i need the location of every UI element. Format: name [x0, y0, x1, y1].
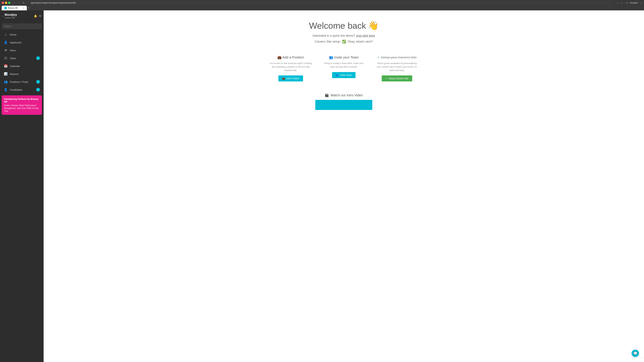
invite-team-btn-icon: 👥 [336, 74, 338, 76]
video-section: 🎬 Watch our Intro Video [267, 93, 421, 110]
promo-text: Faster, Cleaner, Better Performance Mana… [4, 104, 40, 112]
scroll-right-arrow[interactable]: › [643, 356, 644, 359]
invite-team-button[interactable]: 👥 Invite Team [332, 72, 356, 78]
menu-icon[interactable]: ⋮ [640, 1, 642, 4]
sidebar-item-tasks[interactable]: ☑ Tasks + [1, 54, 42, 62]
promo-banner[interactable]: Introducing Perform by Breezy HR Faster,… [2, 95, 42, 115]
sidebar-item-applicants[interactable]: 👤 Applicants [1, 38, 42, 46]
new-tab-button[interactable]: + [28, 6, 30, 10]
video-player[interactable] [315, 100, 372, 110]
sidebar-item-inbox[interactable]: ✉ Inbox [1, 46, 42, 54]
setup-careers-btn-label: Setup Careers Site [389, 77, 408, 80]
sidebar-item-reports[interactable]: 📊 Reports [1, 70, 42, 78]
refresh-button[interactable]: ↻ [22, 1, 26, 4]
incognito-label: Incognito [630, 2, 638, 4]
card-add-position: 💼 Add a Position You're here to hire som… [267, 52, 315, 85]
welcome-section: Welcome back 👋 Interested in a quick liv… [267, 20, 421, 43]
sidebar-back-button[interactable]: ‹ [2, 14, 3, 17]
sidebar-item-label: Positions / Pools [10, 80, 34, 83]
add-position-button[interactable]: 💼 Add Position [278, 75, 303, 81]
sidebar-item-label: Tasks [10, 57, 34, 60]
demo-text: Interested in a quick live demo? [312, 34, 355, 37]
card-title-invite-team: 👥 Invite your Team [322, 55, 365, 59]
search-box [2, 23, 42, 29]
sidebar-header: ‹ Moodjoy Lauren Deli 🔔 ⚙ [0, 10, 44, 22]
scroll-left-arrow[interactable]: ‹ [43, 356, 44, 359]
setup-careers-btn-icon: ✓ [386, 77, 388, 80]
sidebar-nav: ⌂ Home 👤 Applicants ✉ Inbox ☑ Tasks + 📅 … [0, 31, 44, 94]
promo-title: Introducing Perform by Breezy HR [4, 98, 40, 103]
tasks-add-badge[interactable]: + [36, 56, 40, 60]
demo-line: Interested in a quick live demo? Just cl… [267, 34, 421, 37]
careers-check-emoji: ✅ [342, 39, 346, 43]
header-icons: 🔔 ⚙ [34, 14, 41, 17]
browser-close[interactable] [2, 2, 4, 4]
sidebar-item-label: Candidates [10, 88, 34, 91]
team-icon: 👥 [329, 55, 333, 59]
video-title: 🎬 Watch our Intro Video [267, 93, 421, 97]
address-bar[interactable] [31, 2, 612, 4]
welcome-text: Welcome back [309, 21, 366, 31]
sidebar-item-label: Calendar [10, 65, 40, 67]
chat-icon: 💬 [633, 351, 638, 355]
sidebar-item-home[interactable]: ⌂ Home [1, 31, 42, 38]
browser-tab-active[interactable]: Breezy HR ✕ [2, 6, 27, 10]
video-icon: 🎬 [325, 93, 329, 97]
cards-container: 💼 Add a Position You're here to hire som… [267, 52, 421, 85]
chat-button[interactable]: 💬 [632, 350, 639, 357]
tab-label: Breezy HR [8, 7, 18, 9]
briefcase-icon: 💼 [278, 55, 282, 59]
bookmark-icon[interactable]: ☆ [616, 1, 619, 4]
sidebar-item-label: Inbox [10, 49, 40, 52]
forward-button[interactable]: → [17, 1, 21, 4]
notification-bell-icon[interactable]: 🔔 [34, 14, 37, 17]
home-icon: ⌂ [4, 33, 8, 36]
browser-chrome: ← → ↻ ☆ ⬚ ⊙ Incognito ⋮ Breezy HR ✕ + [0, 0, 644, 10]
setup-careers-button[interactable]: ✓ Setup Careers Site [382, 75, 412, 81]
sidebar-item-label: Applicants [10, 41, 40, 44]
careers-text: Careers Site setup: [315, 40, 340, 43]
main-content: Welcome back 👋 Interested in a quick liv… [44, 10, 644, 362]
sidebar-item-calendar[interactable]: 📅 Calendar [1, 62, 42, 70]
tab-close-icon[interactable]: ✕ [23, 7, 24, 9]
reports-icon: 📊 [4, 72, 8, 76]
tasks-icon: ☑ [4, 56, 8, 60]
add-position-btn-icon: 💼 [282, 77, 285, 80]
card-title-add-position: 💼 Add a Position [269, 55, 312, 59]
positions-icon: 👥 [4, 80, 8, 84]
sidebar-item-label: Reports [10, 72, 40, 75]
browser-minimize[interactable] [5, 2, 7, 4]
welcome-title: Welcome back 👋 [267, 20, 421, 31]
careers-line: Careers Site setup: ✅ Okay, what's next? [267, 39, 421, 43]
positions-add-badge[interactable]: + [36, 80, 40, 84]
company-info: Moodjoy Lauren Deli [4, 13, 34, 19]
main-inner: Welcome back 👋 Interested in a quick liv… [260, 10, 428, 120]
candidates-icon: 👤 [4, 88, 8, 91]
sidebar-item-label: Home [10, 33, 40, 36]
extensions-icon[interactable]: ⬚ [620, 1, 622, 4]
video-title-text: Watch our Intro Video [330, 93, 363, 97]
company-name: Moodjoy [4, 13, 34, 16]
sidebar-item-candidates[interactable]: 👤 Candidates + [1, 86, 42, 93]
search-input[interactable] [2, 23, 42, 29]
card-desc-add-position: You're here to hire someone right? Creat… [269, 62, 312, 72]
browser-maximize[interactable] [8, 2, 10, 4]
card-desc-setup-careers: Attract great candidates by personalizin… [376, 62, 418, 72]
card-desc-invite-team: Hiring is usually a team effort. Invite … [322, 62, 365, 69]
calendar-icon: 📅 [4, 64, 8, 68]
card-title-setup-careers: ✓ Setup your Careers Site [376, 55, 418, 59]
add-position-btn-label: Add Position [286, 77, 300, 80]
setup-careers-label: Setup your Careers Site [381, 55, 416, 59]
back-button[interactable]: ← [12, 1, 16, 4]
wave-emoji: 👋 [368, 20, 379, 31]
check-icon: ✓ [377, 55, 380, 59]
inbox-icon: ✉ [4, 48, 8, 52]
profile-icon[interactable]: ⊙ [626, 1, 628, 4]
address-bar-container [29, 1, 614, 5]
company-user: Lauren Deli [4, 16, 34, 19]
applicants-icon: 👤 [4, 40, 8, 44]
sidebar-item-positions-pools[interactable]: 👥 Positions / Pools + [1, 78, 42, 86]
demo-link[interactable]: Just click here [356, 34, 375, 37]
settings-gear-icon[interactable]: ⚙ [39, 14, 41, 17]
candidates-add-badge[interactable]: + [36, 88, 40, 91]
